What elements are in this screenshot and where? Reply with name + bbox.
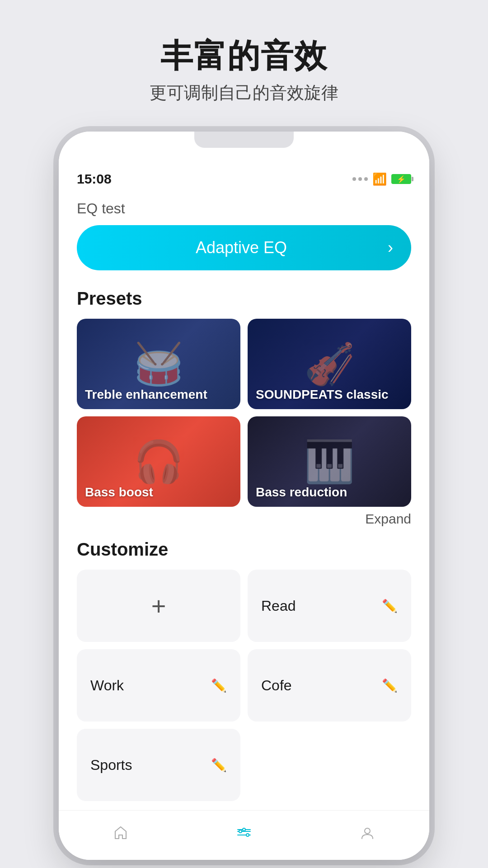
edit-cofe-icon[interactable]: ✏️ — [382, 678, 398, 693]
expand-row: Expand — [77, 511, 411, 527]
page-header: 丰富的音效 更可调制自己的音效旋律 — [150, 36, 338, 104]
customize-grid: + Read ✏️ Work ✏️ Cofe ✏️ — [77, 570, 411, 801]
chevron-right-icon: › — [388, 238, 393, 257]
preset-bassboost-label: Bass boost — [77, 478, 161, 507]
signal-dots-icon — [352, 177, 368, 181]
customize-section-title: Customize — [77, 539, 411, 560]
edit-sports-icon[interactable]: ✏️ — [211, 758, 227, 773]
page-title: 丰富的音效 — [150, 36, 338, 75]
edit-work-icon[interactable]: ✏️ — [211, 678, 227, 693]
preset-soundpeats-label: SOUNDPEATS classic — [248, 380, 397, 409]
status-icons: 📶 ⚡ — [352, 172, 411, 186]
edit-read-icon[interactable]: ✏️ — [382, 599, 398, 613]
customize-sports-label: Sports — [90, 757, 132, 774]
bottom-nav — [59, 810, 429, 860]
app-content: EQ test Adaptive EQ › Presets Treble enh… — [59, 187, 429, 801]
svg-point-9 — [365, 828, 370, 834]
page-background: 丰富的音效 更可调制自己的音效旋律 15:08 📶 ⚡ — [0, 0, 488, 868]
nav-item-eq[interactable] — [182, 825, 305, 845]
adaptive-eq-button[interactable]: Adaptive EQ › — [77, 225, 411, 270]
wifi-icon: 📶 — [372, 172, 387, 186]
page-subtitle: 更可调制自己的音效旋律 — [150, 81, 338, 104]
preset-bassreduction-label: Bass reduction — [248, 478, 355, 507]
preset-card-treble[interactable]: Treble enhancement — [77, 319, 240, 409]
eq-icon — [236, 825, 252, 845]
preset-card-bassreduction[interactable]: Bass reduction — [248, 416, 411, 507]
adaptive-eq-label: Adaptive EQ — [95, 238, 388, 257]
nav-item-profile[interactable] — [306, 825, 429, 845]
eq-section-label: EQ test — [77, 200, 411, 217]
nav-item-home[interactable] — [59, 825, 182, 845]
customize-work-label: Work — [90, 677, 124, 694]
customize-cofe-label: Cofe — [261, 677, 292, 694]
phone-notch — [59, 132, 429, 163]
phone-frame: 15:08 📶 ⚡ EQ test Adaptive EQ › — [59, 132, 429, 860]
expand-label[interactable]: Expand — [365, 511, 411, 527]
presets-grid: Treble enhancement SOUNDPEATS classic Ba… — [77, 319, 411, 507]
customize-card-sports[interactable]: Sports ✏️ — [77, 729, 240, 801]
add-plus-icon: + — [151, 591, 166, 621]
customize-card-read[interactable]: Read ✏️ — [248, 570, 411, 642]
customize-card-cofe[interactable]: Cofe ✏️ — [248, 649, 411, 722]
battery-icon: ⚡ — [391, 174, 411, 184]
customize-add-card[interactable]: + — [77, 570, 240, 642]
status-time: 15:08 — [77, 171, 112, 187]
notch-cutout — [194, 132, 294, 148]
preset-treble-label: Treble enhancement — [77, 380, 216, 409]
customize-read-label: Read — [261, 598, 296, 614]
customize-card-work[interactable]: Work ✏️ — [77, 649, 240, 722]
profile-icon — [359, 825, 375, 845]
battery-bolt-icon: ⚡ — [397, 175, 406, 184]
home-icon — [113, 825, 129, 845]
status-bar: 15:08 📶 ⚡ — [59, 163, 429, 187]
preset-card-soundpeats[interactable]: SOUNDPEATS classic — [248, 319, 411, 409]
presets-section-title: Presets — [77, 288, 411, 309]
preset-card-bassboost[interactable]: Bass boost — [77, 416, 240, 507]
